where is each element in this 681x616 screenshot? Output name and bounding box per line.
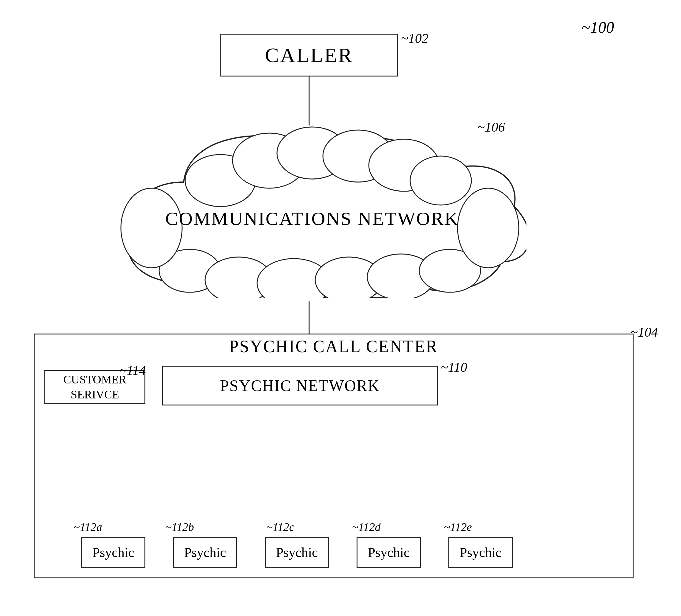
- psychic-label-3: Psychic: [276, 545, 318, 560]
- ref-112c: ~112c: [266, 520, 295, 534]
- psychic-box-5: Psychic: [448, 537, 513, 568]
- svg-text:COMMUNICATIONS NETWORK: COMMUNICATIONS NETWORK: [165, 208, 459, 229]
- ref-110: ~110: [441, 360, 468, 375]
- ref-102: ~102: [401, 31, 428, 46]
- ref-114: ~114: [119, 363, 146, 378]
- ref-100: ~100: [582, 18, 614, 36]
- psychic-box-1: Psychic: [81, 537, 145, 568]
- ref-112a: ~112a: [73, 520, 102, 534]
- ref-104: ~104: [630, 324, 658, 340]
- cloud-container: COMMUNICATIONS NETWORK: [98, 121, 526, 305]
- psychic-network-box: PSYCHIC NETWORK: [162, 366, 438, 406]
- psychic-box-2: Psychic: [173, 537, 237, 568]
- caller-label: CALLER: [265, 43, 353, 67]
- ref-112d: ~112d: [352, 520, 381, 534]
- psychic-label-2: Psychic: [184, 545, 226, 560]
- psychic-label-1: Psychic: [93, 545, 134, 560]
- psychic-label-5: Psychic: [460, 545, 502, 560]
- cloud-svg: COMMUNICATIONS NETWORK: [98, 121, 526, 298]
- customer-service-label: CUSTOMERSERIVCE: [64, 372, 126, 403]
- caller-box: CALLER: [220, 34, 398, 77]
- psychic-box-3: Psychic: [265, 537, 329, 568]
- psychic-box-4: Psychic: [357, 537, 421, 568]
- ref-106: ~106: [477, 119, 505, 135]
- ref-112b: ~112b: [165, 520, 194, 534]
- svg-point-13: [410, 156, 471, 205]
- diagram-container: CALLER ~102 ~100: [0, 0, 681, 616]
- svg-point-21: [458, 188, 519, 268]
- psychic-network-label: PSYCHIC NETWORK: [220, 377, 380, 395]
- ref-112e: ~112e: [444, 520, 472, 534]
- psychic-label-4: Psychic: [368, 545, 410, 560]
- call-center-label: PSYCHIC CALL CENTER: [34, 337, 634, 356]
